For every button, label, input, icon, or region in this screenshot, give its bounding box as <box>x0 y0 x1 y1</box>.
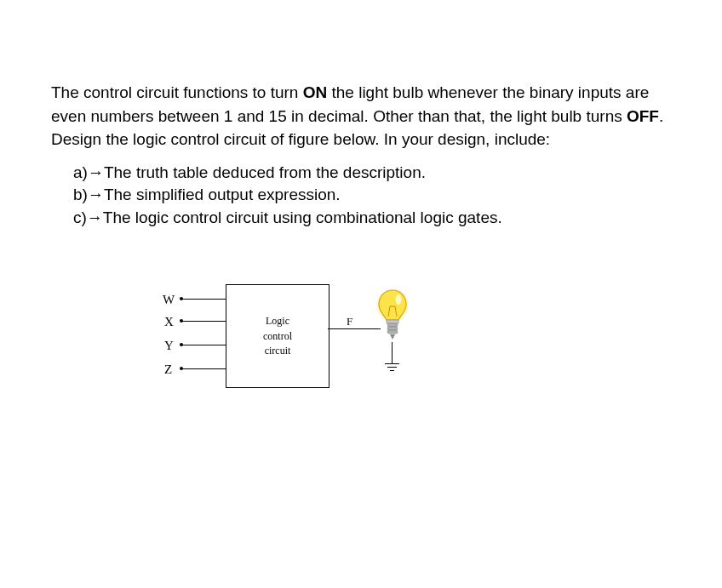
input-z-label: Z <box>164 361 172 380</box>
item-a: a)→The truth table deduced from the desc… <box>73 162 671 185</box>
input-y-label: Y <box>164 337 174 356</box>
box-line2: control <box>226 329 329 344</box>
input-w-label: W <box>163 291 175 310</box>
problem-statement: The control circuit functions to turn ON… <box>51 81 671 151</box>
item-c: c)→The logic control circuit using combi… <box>73 207 671 230</box>
output-f-label: F <box>347 314 352 330</box>
svg-rect-1 <box>387 320 398 323</box>
ground-bar2 <box>387 367 397 368</box>
wire-y <box>181 345 226 345</box>
svg-rect-3 <box>387 327 398 330</box>
box-line1: Logic <box>226 314 329 328</box>
item-b: b)→The simplified output expression. <box>73 184 671 207</box>
light-bulb-icon <box>375 288 410 351</box>
input-x-label: X <box>164 313 174 332</box>
ground-bar3 <box>390 370 394 371</box>
wire-output <box>328 328 381 329</box>
ground-wire <box>392 342 393 363</box>
intro-off: OFF <box>627 107 659 125</box>
svg-rect-2 <box>387 323 398 327</box>
intro-part1: The control circuit functions to turn <box>51 83 303 101</box>
wire-w <box>181 299 226 300</box>
svg-rect-4 <box>387 330 398 334</box>
circuit-diagram: W X Y Z Logic control circuit F <box>98 276 438 429</box>
intro-on: ON <box>303 83 328 101</box>
ground-bar1 <box>385 363 399 364</box>
box-line3: circuit <box>226 344 329 358</box>
svg-point-5 <box>396 294 402 305</box>
wire-x <box>181 321 226 322</box>
wire-z <box>181 368 226 369</box>
requirements-list: a)→The truth table deduced from the desc… <box>51 162 671 230</box>
logic-control-box: Logic control circuit <box>226 284 329 388</box>
